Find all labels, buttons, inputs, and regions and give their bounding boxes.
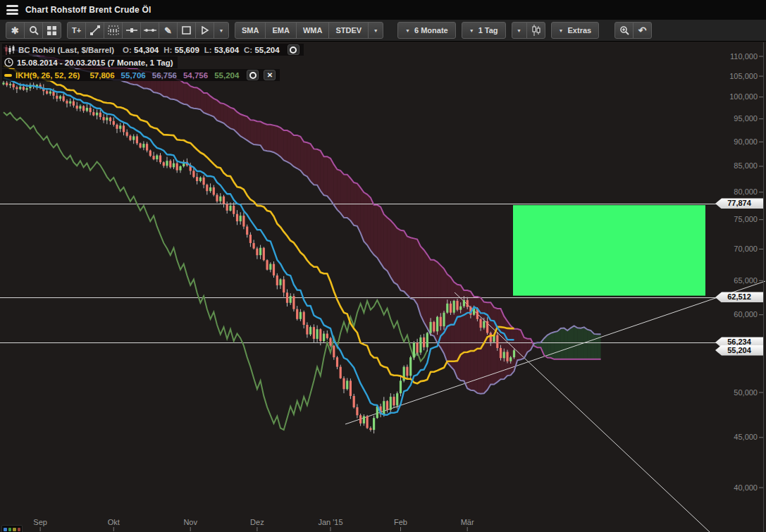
- dashed-line-icon: [144, 28, 156, 32]
- indicator-value: 56,756: [152, 71, 177, 80]
- interval-dropdown[interactable]: ▼ 1 Tag: [462, 22, 506, 39]
- y-axis-label: 45,000: [717, 433, 758, 441]
- toolbar: ✱ T+ ✎ ▼ SMA EM: [0, 20, 766, 42]
- chevron-down-icon: ▼: [469, 28, 474, 33]
- instrument-visibility-button[interactable]: [288, 44, 299, 55]
- zoom-in-button[interactable]: [614, 22, 634, 39]
- y-axis-label: 40,000: [717, 483, 758, 492]
- window-title: Chart Rohstoff Brent Crude Öl: [25, 5, 151, 15]
- ema-button[interactable]: EMA: [265, 22, 296, 39]
- wma-button[interactable]: WMA: [296, 22, 330, 39]
- period-text: 15.08.2014 - 20.03.2015 (7 Monate, 1 Tag…: [17, 58, 173, 67]
- indicator-group: SMA EMA WMA STDEV ▼: [235, 22, 383, 39]
- y-axis-label: 90,000: [717, 137, 758, 146]
- y-axis-label: 65,000: [717, 276, 758, 285]
- layout-button[interactable]: [42, 22, 61, 39]
- draw-tools-dropdown[interactable]: ▼: [214, 22, 229, 39]
- menu-icon[interactable]: [6, 5, 18, 15]
- x-axis-label: Mär: [461, 518, 474, 526]
- circle-icon: [249, 72, 257, 79]
- y-axis-label: 75,000: [717, 215, 758, 223]
- x-axis-label: Okt: [108, 518, 120, 526]
- chevron-down-icon: ▼: [219, 28, 224, 33]
- indicator-values: 57,80655,70656,75654,75655,204: [83, 71, 239, 80]
- y-axis-label: 85,000: [717, 161, 758, 170]
- sma-button[interactable]: SMA: [235, 22, 266, 39]
- rectangle-tool-button[interactable]: [177, 22, 196, 39]
- dashed-line-tool-button[interactable]: [140, 22, 159, 39]
- close-icon: ✕: [267, 72, 273, 79]
- trendline-tool-button[interactable]: [85, 22, 104, 39]
- chevron-down-icon: ▼: [517, 28, 521, 33]
- status-dot: [13, 528, 16, 531]
- range-group: ▼ 6 Monate: [397, 22, 456, 39]
- arrow-tool-button[interactable]: [195, 22, 214, 39]
- horizontal-line-icon: [126, 27, 137, 33]
- y-axis-label: 60,000: [717, 310, 758, 318]
- y-axis-label: 95,000: [717, 114, 758, 123]
- ohlc-pair: H: 55,609: [163, 46, 199, 54]
- zoom-in-icon: [619, 25, 629, 35]
- y-axis-label: 50,000: [717, 388, 758, 397]
- settings-button[interactable]: ✱: [6, 22, 25, 39]
- stdev-button[interactable]: STDEV: [328, 22, 369, 39]
- rectangle-icon: [182, 26, 191, 35]
- draw-tools-group: T+ ✎ ▼: [67, 22, 229, 39]
- clock-icon: [4, 58, 13, 67]
- indicator-close-button[interactable]: ✕: [264, 70, 276, 80]
- legend-instrument-row: BC Rohöl (Last, $/Barrel) O: 54,304H: 55…: [2, 44, 304, 56]
- drawing-rectangle[interactable]: [513, 205, 705, 296]
- undo-icon: ↶: [638, 25, 647, 35]
- chevron-down-icon: ▼: [373, 28, 378, 33]
- arrow-right-icon: [201, 26, 209, 35]
- search-button[interactable]: [24, 22, 43, 39]
- y-axis-label: 105,000: [717, 72, 758, 80]
- gear-icon: ✱: [11, 25, 19, 36]
- x-axis-label: Sep: [33, 518, 47, 526]
- ohlc-pair: L: 53,604: [204, 46, 239, 54]
- drawing-trendline[interactable]: [345, 281, 765, 424]
- x-axis-label: Jan '15: [318, 518, 342, 526]
- indicator-dropdown[interactable]: ▼: [368, 22, 383, 39]
- indicator-value: 55,706: [121, 71, 146, 80]
- fibonacci-tool-button[interactable]: [104, 22, 123, 39]
- price-tag: 77,874: [715, 198, 763, 209]
- x-axis-label: Feb: [394, 518, 407, 526]
- indicator-line-icon: [4, 74, 12, 77]
- text-plus-icon: T+: [72, 26, 81, 35]
- chikou-line: [4, 112, 427, 430]
- charttype-group: ▼: [512, 22, 545, 39]
- chevron-down-icon: ▼: [405, 28, 410, 33]
- indicator-visibility-button[interactable]: [247, 70, 259, 80]
- zoom-group: ↶: [614, 22, 652, 39]
- charttype-dropdown[interactable]: ▼: [512, 22, 527, 39]
- y-axis-label: 100,000: [717, 92, 758, 101]
- indicator-name: IKH(9, 26, 52, 26): [16, 71, 80, 80]
- extras-dropdown[interactable]: ▼ Extras: [551, 22, 600, 39]
- x-axis-label: Dez: [250, 518, 264, 526]
- title-bar: Chart Rohstoff Brent Crude Öl: [0, 0, 766, 20]
- candlestick-type-button[interactable]: [526, 22, 545, 39]
- indicator-value: 57,806: [89, 71, 114, 80]
- status-indicator: [1, 525, 23, 532]
- y-axis-label: 80,000: [717, 187, 758, 196]
- range-dropdown[interactable]: ▼ 6 Monate: [397, 22, 456, 39]
- interval-group: ▼ 1 Tag: [462, 22, 506, 39]
- search-icon: [29, 25, 39, 35]
- candlestick-icon: [531, 25, 540, 36]
- text-tool-button[interactable]: T+: [67, 22, 86, 39]
- y-axis-label: 110,000: [717, 52, 758, 61]
- pencil-icon: ✎: [164, 25, 172, 36]
- pencil-tool-button[interactable]: ✎: [159, 22, 178, 39]
- status-dot: [8, 528, 12, 531]
- circle-icon: [290, 47, 297, 54]
- indicator-value: 55,204: [214, 71, 239, 80]
- ohlc-pair: O: 54,304: [123, 46, 159, 54]
- hline-tool-button[interactable]: [122, 22, 141, 39]
- price-tag: 62,512: [715, 292, 763, 302]
- status-dot: [18, 528, 21, 531]
- undo-button[interactable]: ↶: [633, 22, 652, 39]
- legend-period-row: 15.08.2014 - 20.03.2015 (7 Monate, 1 Tag…: [2, 56, 178, 68]
- legend-indicator-row: IKH(9, 26, 52, 26) 57,80655,70656,75654,…: [2, 69, 280, 81]
- grid-icon: [47, 26, 56, 35]
